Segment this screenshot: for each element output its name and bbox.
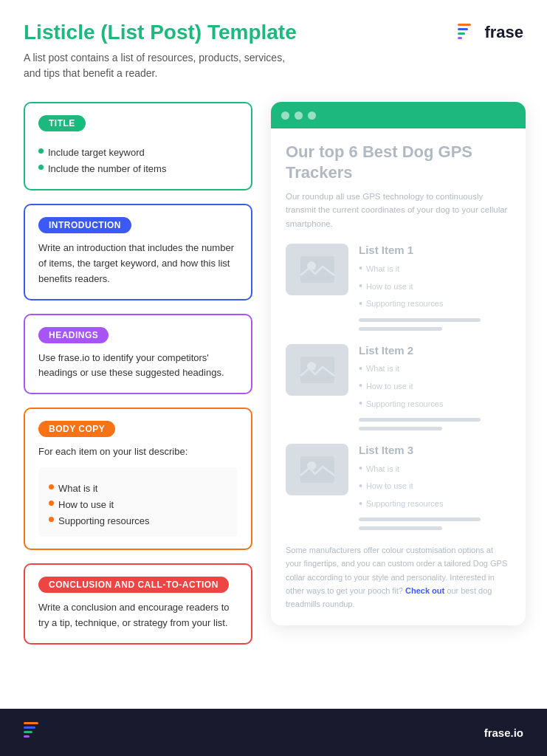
- conclusion-badge: CONCLUSION AND CALL-TO-ACTION: [38, 577, 229, 593]
- title-bullet-1: Include target keyword: [38, 145, 238, 161]
- browser-dot-2: [295, 111, 303, 120]
- list-item-title-3: List Item 3: [359, 444, 511, 456]
- list-item-row-1: List Item 1 What is it How to use it Sup…: [286, 244, 511, 330]
- page-footer: frase.io: [0, 709, 547, 756]
- frase-logo-text: frase: [484, 23, 523, 42]
- svg-rect-0: [458, 24, 471, 26]
- bullet-dot: [38, 148, 44, 154]
- list-item-bullets-2: What is it How to use it Supporting reso…: [359, 360, 511, 413]
- bullet-dot: [49, 517, 54, 522]
- conclusion-section-card: CONCLUSION AND CALL-TO-ACTION Write a co…: [24, 563, 252, 645]
- body-text: For each item on your list describe:: [38, 444, 238, 460]
- body-section-card: BODY COPY For each item on your list des…: [24, 408, 252, 550]
- item-bullet: How to use it: [359, 278, 511, 295]
- list-item-image-3: [286, 444, 348, 495]
- item-bar-3: [359, 518, 481, 521]
- svg-rect-10: [24, 722, 38, 724]
- conclusion-text: Write a conclusion and encourage readers…: [38, 600, 238, 631]
- item-bullet: What is it: [359, 260, 511, 278]
- body-bullets: What is it How to use it Supporting reso…: [49, 481, 227, 529]
- article-preview: Our top 6 Best Dog GPS Trackers Our roun…: [271, 102, 526, 625]
- svg-rect-2: [458, 32, 465, 35]
- svg-rect-12: [24, 731, 32, 733]
- item-bar-1: [359, 318, 481, 322]
- body-inner-list: What is it How to use it Supporting reso…: [38, 467, 238, 537]
- headings-text: Use frase.io to identify your competitor…: [38, 351, 238, 382]
- intro-text: Write an introduction that includes the …: [38, 241, 238, 286]
- svg-rect-6: [300, 357, 334, 383]
- svg-rect-1: [458, 28, 468, 30]
- bullet-dot: [38, 165, 44, 170]
- list-item-content-2: List Item 2 What is it How to use it Sup…: [359, 344, 511, 430]
- title-badge: TITLE: [38, 115, 86, 131]
- headings-section-card: HEADINGS Use frase.io to identify your c…: [24, 314, 252, 395]
- article-title: Our top 6 Best Dog GPS Trackers: [286, 142, 511, 182]
- title-bullets: Include target keyword Include the numbe…: [38, 145, 238, 177]
- body-bullet-1: What is it: [49, 481, 227, 497]
- conclusion-link: Check out: [405, 586, 444, 595]
- list-item-image-2: [286, 344, 348, 396]
- frase-logo-icon: [456, 21, 480, 44]
- list-item-bullets-3: What is it How to use it Supporting reso…: [359, 460, 511, 512]
- article-intro: Our roundup all use GPS technology to co…: [286, 190, 511, 230]
- svg-rect-13: [24, 735, 30, 738]
- item-bar-2b: [359, 427, 442, 430]
- item-bar-2: [359, 418, 481, 422]
- list-item-title-2: List Item 2: [359, 344, 511, 357]
- list-item-row-3: List Item 3 What is it How to use it Sup…: [286, 444, 511, 530]
- list-item-image-1: [286, 244, 348, 295]
- item-bullet: What is it: [359, 460, 511, 478]
- svg-rect-8: [300, 456, 334, 483]
- list-item-bullets-1: What is it How to use it Supporting reso…: [359, 260, 511, 312]
- title-bullet-2: Include the number of items: [38, 161, 238, 177]
- left-column: TITLE Include target keyword Include the…: [24, 102, 252, 645]
- body-bullet-3: Supporting resources: [49, 513, 227, 529]
- svg-rect-3: [458, 37, 462, 39]
- svg-rect-4: [300, 256, 334, 283]
- list-item-title-1: List Item 1: [359, 244, 511, 256]
- browser-dot-1: [281, 111, 289, 120]
- main-content: TITLE Include target keyword Include the…: [0, 90, 547, 709]
- body-badge: BODY COPY: [38, 421, 115, 437]
- item-bullet: Supporting resources: [359, 295, 511, 313]
- headings-badge: HEADINGS: [38, 327, 109, 343]
- item-bullet: What is it: [359, 360, 511, 378]
- article-body: Our top 6 Best Dog GPS Trackers Our roun…: [271, 128, 526, 625]
- page-header: Listicle (List Post) Template frase A li…: [0, 0, 547, 90]
- item-bullet: Supporting resources: [359, 495, 511, 513]
- page-title: Listicle (List Post) Template: [24, 21, 297, 44]
- list-item-row-2: List Item 2 What is it How to use it Sup…: [286, 344, 511, 430]
- bullet-dot: [49, 484, 54, 489]
- item-bullet: How to use it: [359, 478, 511, 495]
- article-top-bar: [271, 102, 526, 128]
- intro-badge: INTRODUCTION: [38, 217, 131, 233]
- item-bullet: How to use it: [359, 377, 511, 395]
- browser-dot-3: [308, 111, 316, 120]
- title-section-card: TITLE Include target keyword Include the…: [24, 102, 252, 190]
- footer-logo-icon: [24, 722, 50, 743]
- intro-section-card: INTRODUCTION Write an introduction that …: [24, 204, 252, 300]
- list-item-content-3: List Item 3 What is it How to use it Sup…: [359, 444, 511, 530]
- svg-rect-11: [24, 726, 35, 729]
- body-bullet-2: How to use it: [49, 497, 227, 513]
- page-subtitle: A list post contains a list of resources…: [24, 50, 289, 81]
- article-conclusion: Some manufacturers offer colour customis…: [286, 543, 511, 611]
- right-column: Our top 6 Best Dog GPS Trackers Our roun…: [267, 102, 529, 625]
- bullet-dot: [49, 501, 54, 506]
- list-item-content-1: List Item 1 What is it How to use it Sup…: [359, 244, 511, 330]
- item-bar-3b: [359, 526, 442, 530]
- item-bullet: Supporting resources: [359, 395, 511, 413]
- item-bar-1b: [359, 327, 442, 331]
- frase-logo: frase: [456, 21, 523, 44]
- footer-domain: frase.io: [484, 726, 523, 739]
